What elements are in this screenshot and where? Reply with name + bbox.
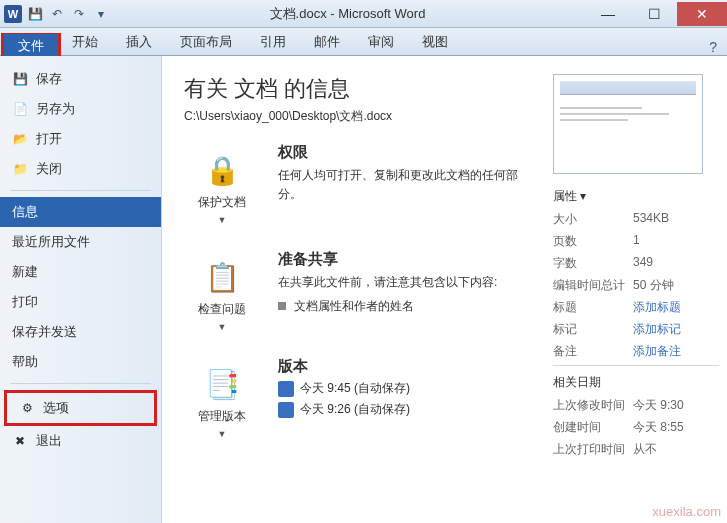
section-body: 在共享此文件前，请注意其包含以下内容: [278,273,543,292]
sidebar-separator [10,383,151,384]
property-row: 字数349 [553,255,719,272]
section-heading: 权限 [278,143,543,162]
tab-view[interactable]: 视图 [408,29,462,55]
sidebar-save[interactable]: 💾保存 [0,64,161,94]
sidebar-share[interactable]: 保存并发送 [0,317,161,347]
sidebar-open[interactable]: 📂打开 [0,124,161,154]
property-value[interactable]: 添加标题 [633,299,681,316]
version-doc-icon [278,402,294,418]
close-doc-icon: 📁 [12,161,28,177]
sidebar-recent[interactable]: 最近所用文件 [0,227,161,257]
version-item[interactable]: 今天 9:45 (自动保存) [278,380,543,397]
property-label: 备注 [553,343,633,360]
sidebar-item-label: 打开 [36,130,62,148]
save-icon: 💾 [12,71,28,87]
sidebar-item-label: 最近所用文件 [12,233,90,251]
property-value: 349 [633,255,653,272]
dropdown-arrow-icon: ▼ [218,215,227,225]
minimize-button[interactable]: — [585,2,631,26]
property-value: 534KB [633,211,669,228]
versions-icon: 📑 [202,364,242,404]
lock-icon: 🔒 [202,150,242,190]
word-app-icon: W [4,5,22,23]
button-label: 管理版本 [198,408,246,425]
properties-heading[interactable]: 属性 ▾ [553,188,719,205]
section-permissions: 🔒 保护文档 ▼ 权限 任何人均可打开、复制和更改此文档的任何部分。 [184,143,543,232]
qat-redo-icon[interactable]: ↷ [70,5,88,23]
sidebar-options[interactable]: ⚙选项 [7,393,154,423]
version-doc-icon [278,381,294,397]
property-row: 创建时间今天 8:55 [553,419,719,436]
qat-customize-icon[interactable]: ▾ [92,5,110,23]
check-issues-button[interactable]: 📋 检查问题 ▼ [184,250,260,339]
sidebar-item-label: 关闭 [36,160,62,178]
clipboard-icon: 📋 [202,257,242,297]
property-label: 大小 [553,211,633,228]
maximize-button[interactable]: ☐ [631,2,677,26]
tab-layout[interactable]: 页面布局 [166,29,246,55]
section-text: 版本 今天 9:45 (自动保存) 今天 9:26 (自动保存) [278,357,543,418]
tab-review[interactable]: 审阅 [354,29,408,55]
version-label: 今天 9:26 (自动保存) [300,401,410,418]
property-row: 标题添加标题 [553,299,719,316]
property-value: 今天 9:30 [633,397,684,414]
button-label: 检查问题 [198,301,246,318]
properties-panel: 属性 ▾ 大小534KB页数1字数349编辑时间总计50 分钟标题添加标题标记添… [543,74,719,523]
property-label: 字数 [553,255,633,272]
close-button[interactable]: ✕ [677,2,727,26]
manage-versions-button[interactable]: 📑 管理版本 ▼ [184,357,260,446]
property-label: 标记 [553,321,633,338]
protect-document-button[interactable]: 🔒 保护文档 ▼ [184,143,260,232]
sidebar-help[interactable]: 帮助 [0,347,161,377]
property-row: 页数1 [553,233,719,250]
sidebar-item-label: 保存并发送 [12,323,77,341]
version-label: 今天 9:45 (自动保存) [300,380,410,397]
property-row: 标记添加标记 [553,321,719,338]
sidebar-saveas[interactable]: 📄另存为 [0,94,161,124]
watermark: xuexila.com [652,504,721,519]
sidebar-new[interactable]: 新建 [0,257,161,287]
qat-undo-icon[interactable]: ↶ [48,5,66,23]
section-text: 准备共享 在共享此文件前，请注意其包含以下内容: 文档属性和作者的姓名 [278,250,543,315]
button-label: 保护文档 [198,194,246,211]
property-value: 50 分钟 [633,277,674,294]
sidebar-separator [10,190,151,191]
tab-mailings[interactable]: 邮件 [300,29,354,55]
sidebar-info[interactable]: 信息 [0,197,161,227]
property-value: 1 [633,233,640,250]
sidebar-exit[interactable]: ✖退出 [0,426,161,456]
property-label: 标题 [553,299,633,316]
window-title: 文档.docx - Microsoft Word [110,5,585,23]
section-body: 任何人均可打开、复制和更改此文档的任何部分。 [278,166,543,204]
qat-save-icon[interactable]: 💾 [26,5,44,23]
property-value[interactable]: 添加标记 [633,321,681,338]
tab-references[interactable]: 引用 [246,29,300,55]
section-text: 权限 任何人均可打开、复制和更改此文档的任何部分。 [278,143,543,204]
qat: W 💾 ↶ ↷ ▾ [0,5,110,23]
sidebar-item-label: 帮助 [12,353,38,371]
properties-list: 属性 ▾ 大小534KB页数1字数349编辑时间总计50 分钟标题添加标题标记添… [553,188,719,458]
property-label: 上次打印时间 [553,441,633,458]
property-row: 编辑时间总计50 分钟 [553,277,719,294]
thumb-content [560,107,696,121]
document-thumbnail[interactable] [553,74,703,174]
section-heading: 版本 [278,357,543,376]
backstage-sidebar: 💾保存 📄另存为 📂打开 📁关闭 信息 最近所用文件 新建 打印 保存并发送 帮… [0,56,162,523]
sidebar-print[interactable]: 打印 [0,287,161,317]
bullet-icon [278,302,286,310]
tab-file[interactable]: 文件 [4,34,58,57]
sidebar-item-label: 保存 [36,70,62,88]
version-item[interactable]: 今天 9:26 (自动保存) [278,401,543,418]
property-value: 今天 8:55 [633,419,684,436]
property-row: 上次修改时间今天 9:30 [553,397,719,414]
options-icon: ⚙ [19,400,35,416]
section-versions: 📑 管理版本 ▼ 版本 今天 9:45 (自动保存) 今天 9:26 (自动保存… [184,357,543,446]
backstage-body: 💾保存 📄另存为 📂打开 📁关闭 信息 最近所用文件 新建 打印 保存并发送 帮… [0,56,727,523]
help-icon[interactable]: ? [699,39,727,55]
sidebar-close[interactable]: 📁关闭 [0,154,161,184]
sidebar-item-label: 另存为 [36,100,75,118]
tab-home[interactable]: 开始 [58,29,112,55]
property-value[interactable]: 添加备注 [633,343,681,360]
info-heading: 有关 文档 的信息 [184,74,543,104]
tab-insert[interactable]: 插入 [112,29,166,55]
